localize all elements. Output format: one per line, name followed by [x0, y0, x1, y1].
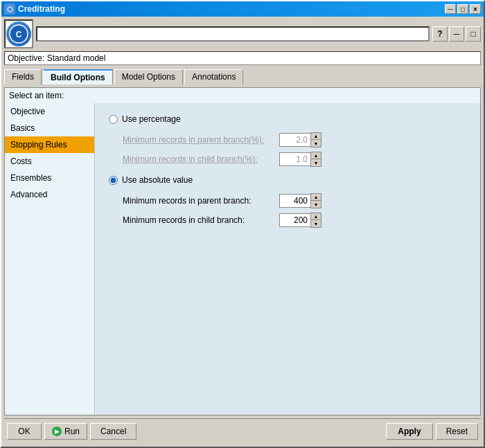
top-toolbar: C ? ─ □	[4, 19, 481, 48]
logo-icon: C	[6, 21, 31, 46]
objective-bar: Objective: Standard model	[4, 51, 481, 65]
min-child-abs-input[interactable]	[279, 213, 310, 227]
minimize-icon-button[interactable]: ─	[449, 26, 464, 42]
min-child-abs-up[interactable]: ▲	[311, 213, 321, 220]
window-icon: ⬡	[4, 3, 15, 15]
select-label: Select an item:	[5, 88, 480, 103]
min-parent-abs-row: Minimum records in parent branch: ▲ ▼	[123, 193, 466, 208]
min-parent-abs-arrows: ▲ ▼	[310, 193, 321, 208]
min-child-pct-row: Minimum records in child branch(%): ▲ ▼	[123, 152, 466, 167]
min-child-abs-spinner: ▲ ▼	[279, 213, 321, 228]
min-parent-abs-down[interactable]: ▼	[311, 201, 321, 208]
min-child-abs-down[interactable]: ▼	[311, 220, 321, 227]
use-percentage-row: Use percentage	[109, 114, 466, 124]
tab-bar: Fields Build Options Model Options Annot…	[4, 69, 481, 84]
min-child-pct-arrows: ▲ ▼	[310, 152, 321, 167]
title-bar-controls: ─ □ ×	[445, 4, 481, 14]
use-percentage-label: Use percentage	[122, 114, 181, 124]
title-input[interactable]	[36, 26, 430, 42]
min-child-abs-label: Minimum records in child branch:	[123, 215, 275, 225]
tab-build-options[interactable]: Build Options	[43, 69, 113, 84]
split-area: Objective Basics Stopping Rules Costs En…	[5, 103, 480, 415]
title-bar: ⬡ Creditrating ─ □ ×	[1, 1, 484, 17]
objective-text: Objective: Standard model	[8, 53, 105, 63]
sidebar-item-advanced[interactable]: Advanced	[5, 186, 94, 203]
main-area: Select an item: Objective Basics Stoppin…	[4, 87, 481, 415]
min-child-pct-input[interactable]	[279, 152, 310, 166]
sidebar-item-ensembles[interactable]: Ensembles	[5, 170, 94, 186]
min-parent-pct-row: Minimum records in parent branch(%): ▲ ▼	[123, 132, 466, 147]
sidebar: Objective Basics Stopping Rules Costs En…	[5, 103, 95, 415]
bottom-bar: OK ▶ Run Cancel Apply Reset	[4, 418, 481, 444]
bottom-left: OK ▶ Run Cancel	[7, 423, 136, 440]
min-parent-pct-spinner: ▲ ▼	[279, 132, 321, 147]
percentage-options: Minimum records in parent branch(%): ▲ ▼…	[123, 132, 466, 167]
sidebar-item-objective[interactable]: Objective	[5, 103, 94, 120]
use-absolute-radio[interactable]	[109, 176, 118, 185]
min-child-pct-up[interactable]: ▲	[311, 152, 321, 159]
maximize-icon-button[interactable]: □	[466, 26, 481, 42]
min-parent-abs-label: Minimum records in parent branch:	[123, 196, 275, 206]
svg-text:C: C	[16, 30, 22, 39]
main-window: ⬡ Creditrating ─ □ × C ? ─	[0, 0, 485, 448]
icon-buttons: ? ─ □	[432, 26, 481, 42]
min-child-abs-arrows: ▲ ▼	[310, 213, 321, 228]
apply-button[interactable]: Apply	[386, 423, 432, 440]
min-parent-abs-up[interactable]: ▲	[311, 194, 321, 201]
run-label: Run	[64, 427, 80, 436]
bottom-right: Apply Reset	[386, 423, 478, 440]
minimize-button[interactable]: ─	[445, 4, 456, 14]
min-child-pct-spinner: ▲ ▼	[279, 152, 321, 167]
help-button[interactable]: ?	[432, 26, 448, 42]
min-parent-pct-input[interactable]	[279, 133, 310, 147]
ok-button[interactable]: OK	[7, 423, 42, 440]
window-title: Creditrating	[18, 4, 65, 14]
sidebar-item-stopping-rules[interactable]: Stopping Rules	[5, 136, 94, 153]
sidebar-item-basics[interactable]: Basics	[5, 120, 94, 136]
use-absolute-row: Use absolute value	[109, 175, 466, 185]
run-icon: ▶	[52, 427, 62, 436]
logo-box: C	[4, 19, 33, 48]
min-parent-pct-arrows: ▲ ▼	[310, 132, 321, 147]
run-button[interactable]: ▶ Run	[44, 423, 87, 440]
use-percentage-radio[interactable]	[109, 115, 118, 124]
content-area: Use percentage Minimum records in parent…	[95, 103, 480, 415]
min-child-abs-row: Minimum records in child branch: ▲ ▼	[123, 213, 466, 228]
maximize-button[interactable]: □	[457, 4, 468, 14]
tab-model-options[interactable]: Model Options	[114, 69, 183, 84]
sidebar-item-costs[interactable]: Costs	[5, 153, 94, 170]
tab-fields[interactable]: Fields	[4, 69, 42, 84]
cancel-button[interactable]: Cancel	[90, 423, 136, 440]
min-parent-pct-down[interactable]: ▼	[311, 140, 321, 147]
reset-button[interactable]: Reset	[436, 423, 478, 440]
min-parent-abs-input[interactable]	[279, 194, 310, 208]
min-parent-pct-label: Minimum records in parent branch(%):	[123, 135, 275, 145]
window-content: C ? ─ □ Objective: Standard model Fields…	[1, 17, 484, 447]
title-bar-left: ⬡ Creditrating	[4, 3, 65, 15]
absolute-options: Minimum records in parent branch: ▲ ▼ Mi…	[123, 193, 466, 228]
tab-annotations[interactable]: Annotations	[184, 69, 243, 84]
min-parent-abs-spinner: ▲ ▼	[279, 193, 321, 208]
use-absolute-label: Use absolute value	[122, 175, 193, 185]
min-child-pct-label: Minimum records in child branch(%):	[123, 154, 275, 164]
min-parent-pct-up[interactable]: ▲	[311, 133, 321, 140]
min-child-pct-down[interactable]: ▼	[311, 159, 321, 166]
close-button[interactable]: ×	[470, 4, 481, 14]
